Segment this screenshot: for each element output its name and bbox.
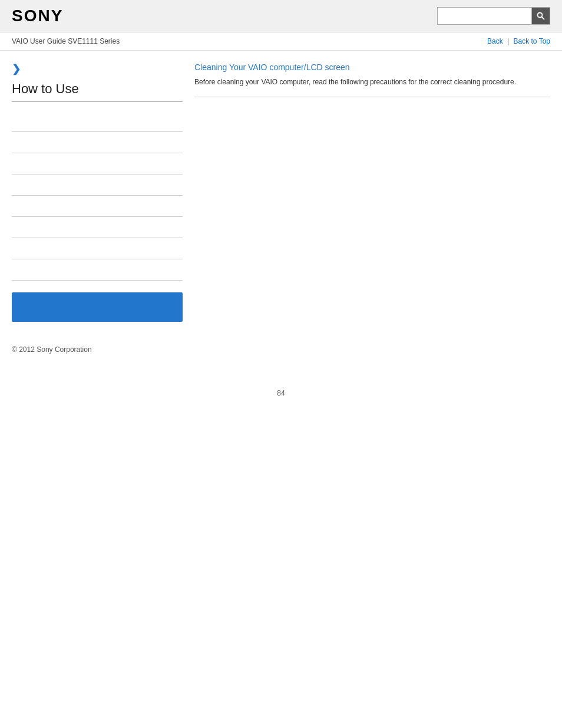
guide-title: VAIO User Guide SVE1111 Series — [12, 37, 120, 45]
sidebar-blue-bar — [12, 292, 183, 322]
nav-links: Back | Back to Top — [487, 37, 550, 45]
article-description: Before cleaning your VAIO computer, read… — [194, 77, 550, 97]
search-icon — [536, 11, 546, 21]
list-item[interactable] — [12, 111, 183, 132]
page-number: 84 — [0, 389, 562, 409]
back-to-top-link[interactable]: Back to Top — [514, 37, 550, 45]
sidebar: ❯ How to Use — [12, 62, 183, 322]
list-item[interactable] — [12, 259, 183, 281]
content-area: Cleaning Your VAIO computer/LCD screen B… — [194, 62, 550, 322]
back-link[interactable]: Back — [487, 37, 503, 45]
list-item[interactable] — [12, 238, 183, 259]
list-item[interactable] — [12, 174, 183, 196]
search-button[interactable] — [531, 7, 550, 25]
list-item[interactable] — [12, 217, 183, 238]
search-input[interactable] — [437, 7, 531, 25]
main-content: ❯ How to Use — [0, 51, 562, 334]
copyright-text: © 2012 Sony Corporation — [12, 345, 92, 354]
sony-logo: SONY — [12, 6, 63, 25]
list-item[interactable] — [12, 196, 183, 217]
sidebar-heading: How to Use — [12, 81, 183, 102]
sidebar-chevron: ❯ — [12, 62, 183, 75]
svg-line-1 — [542, 17, 544, 19]
sidebar-items — [12, 111, 183, 281]
search-area — [437, 7, 550, 25]
footer: © 2012 Sony Corporation — [0, 334, 562, 365]
svg-point-0 — [538, 13, 543, 18]
article-title-link[interactable]: Cleaning Your VAIO computer/LCD screen — [194, 62, 550, 72]
list-item[interactable] — [12, 132, 183, 153]
subheader: VAIO User Guide SVE1111 Series Back | Ba… — [0, 32, 562, 51]
header: SONY — [0, 0, 562, 32]
list-item[interactable] — [12, 153, 183, 174]
nav-separator: | — [507, 37, 509, 45]
